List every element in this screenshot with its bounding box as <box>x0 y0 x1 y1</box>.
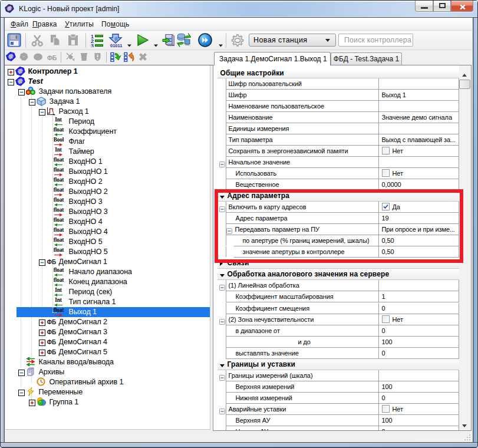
svg-text:3: 3 <box>91 43 94 47</box>
svg-text:01011: 01011 <box>110 43 122 47</box>
